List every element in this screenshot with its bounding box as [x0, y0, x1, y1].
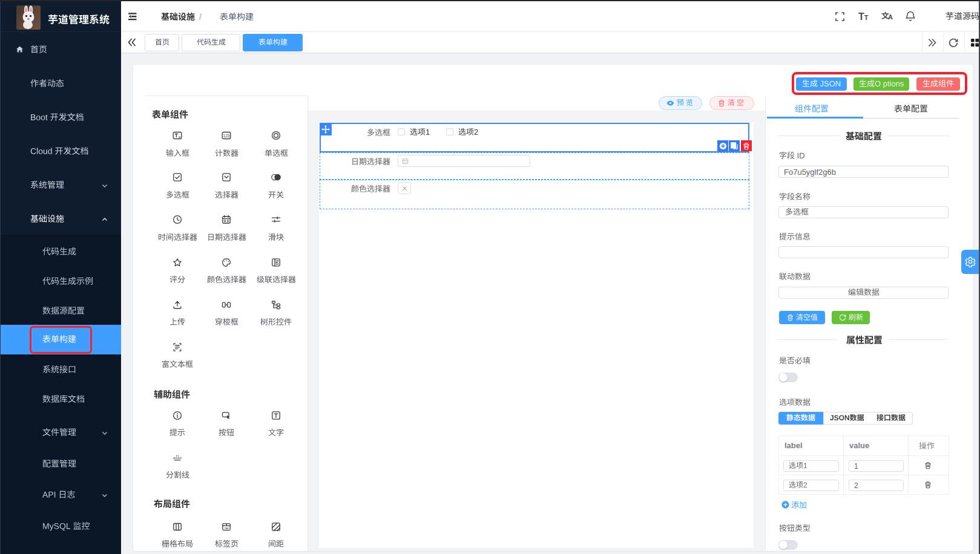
svg-text:123: 123	[223, 134, 230, 138]
svg-text:TAB: TAB	[224, 527, 229, 530]
